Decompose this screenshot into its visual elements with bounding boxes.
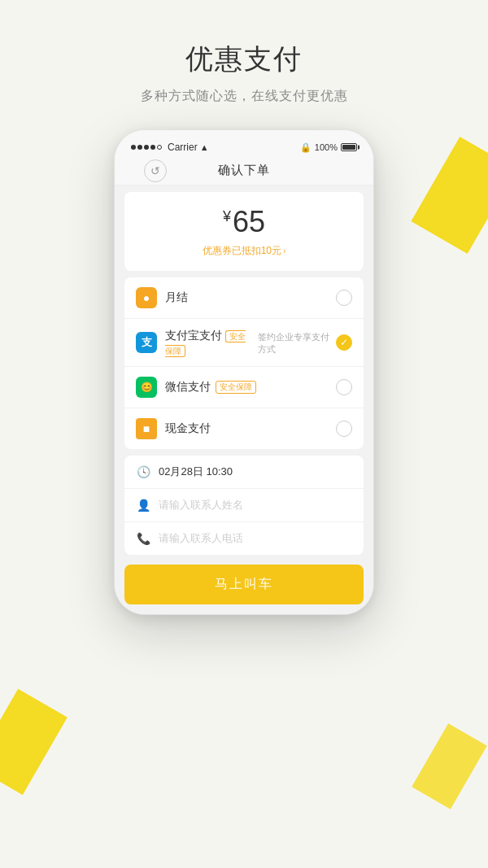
- price-card: ¥65 优惠券已抵扣10元 ›: [124, 192, 364, 271]
- wechat-secure-badge: 安全保障: [216, 381, 256, 394]
- status-bar-right: 🔒 100%: [300, 142, 357, 153]
- header-section: 优惠支付 多种方式随心选，在线支付更优惠: [0, 0, 488, 129]
- phone-top: Carrier ▲ 🔒 100% ↺ 确认下单: [115, 130, 373, 185]
- payment-label-monthly: 月结: [165, 290, 336, 305]
- signal-dot-4: [150, 145, 155, 150]
- page-subtitle: 多种方式随心选，在线支付更优惠: [0, 88, 488, 105]
- phone-body: Carrier ▲ 🔒 100% ↺ 确认下单: [114, 129, 374, 615]
- back-arrow-icon: ↺: [150, 164, 160, 177]
- monthly-radio[interactable]: [336, 290, 352, 306]
- nav-title: 确认下单: [218, 163, 270, 178]
- cash-label-text: 现金支付: [165, 421, 211, 436]
- battery-percent: 100%: [315, 142, 338, 152]
- signal-dot-5: [157, 145, 162, 150]
- price-amount: ¥65: [137, 205, 351, 239]
- phone-mockup: Carrier ▲ 🔒 100% ↺ 确认下单: [0, 129, 488, 615]
- wechat-icon: 😊: [136, 377, 157, 398]
- monthly-label-text: 月结: [165, 290, 188, 305]
- alipay-radio[interactable]: ✓: [336, 334, 352, 351]
- discount-arrow: ›: [283, 246, 285, 255]
- clock-icon: 🕓: [136, 465, 150, 479]
- cash-icon: ■: [136, 418, 157, 439]
- phone-icon: 📞: [136, 531, 150, 546]
- wechat-radio[interactable]: [336, 379, 352, 395]
- alipay-icon: 支: [136, 332, 157, 353]
- bg-shape-bottom-right: [412, 723, 487, 809]
- payment-label-alipay: 支付宝支付 安全保障 签约企业专享支付方式: [165, 329, 336, 356]
- amount-value: 65: [233, 205, 265, 238]
- submit-button[interactable]: 马上叫车: [124, 565, 364, 604]
- info-row-contact-name[interactable]: 👤 请输入联系人姓名: [124, 489, 364, 522]
- signal-dot-1: [131, 145, 136, 150]
- payment-option-monthly[interactable]: ● 月结: [124, 277, 364, 319]
- time-value: 02月28日 10:30: [159, 465, 233, 479]
- signal-dots: [131, 145, 162, 150]
- battery-icon: [341, 143, 357, 151]
- info-card: 🕓 02月28日 10:30 👤 请输入联系人姓名 📞 请输入联系人电话: [124, 456, 364, 555]
- wechat-label-text: 微信支付: [165, 380, 211, 395]
- person-icon: 👤: [136, 498, 150, 513]
- battery-fill: [342, 145, 355, 150]
- contact-phone-placeholder: 请输入联系人电话: [159, 531, 243, 546]
- alipay-label-text: 支付宝支付: [165, 329, 222, 342]
- signal-dot-3: [144, 145, 149, 150]
- alipay-sublabel: 签约企业专享支付方式: [258, 331, 336, 355]
- lock-icon: 🔒: [300, 142, 312, 153]
- status-bar: Carrier ▲ 🔒 100%: [131, 138, 357, 156]
- discount-text: 优惠券已抵扣10元: [203, 244, 281, 258]
- payment-option-alipay[interactable]: 支 支付宝支付 安全保障 签约企业专享支付方式 ✓: [124, 319, 364, 367]
- phone-content: ¥65 优惠券已抵扣10元 › ● 月结: [115, 185, 373, 614]
- contact-name-placeholder: 请输入联系人姓名: [159, 498, 243, 513]
- payment-label-cash: 现金支付: [165, 421, 336, 436]
- bg-shape-bottom-left: [0, 689, 68, 795]
- carrier-label: Carrier: [168, 142, 198, 153]
- payment-option-cash[interactable]: ■ 现金支付: [124, 408, 364, 449]
- currency-symbol: ¥: [223, 208, 231, 225]
- status-bar-left: Carrier ▲: [131, 142, 209, 153]
- signal-dot-2: [137, 145, 142, 150]
- wifi-icon: ▲: [200, 142, 209, 152]
- nav-bar: ↺ 确认下单: [131, 156, 357, 185]
- cash-radio[interactable]: [336, 421, 352, 437]
- monthly-icon: ●: [136, 287, 157, 308]
- payment-option-wechat[interactable]: 😊 微信支付 安全保障: [124, 367, 364, 408]
- page-title: 优惠支付: [0, 41, 488, 78]
- back-button[interactable]: ↺: [144, 159, 167, 182]
- payment-label-wechat: 微信支付 安全保障: [165, 380, 336, 395]
- payment-options-card: ● 月结 支 支付宝支付 安全保障 签约企业专享支付方式: [124, 277, 364, 449]
- price-discount[interactable]: 优惠券已抵扣10元 ›: [137, 244, 351, 258]
- info-row-contact-phone[interactable]: 📞 请输入联系人电话: [124, 522, 364, 555]
- info-row-time[interactable]: 🕓 02月28日 10:30: [124, 456, 364, 489]
